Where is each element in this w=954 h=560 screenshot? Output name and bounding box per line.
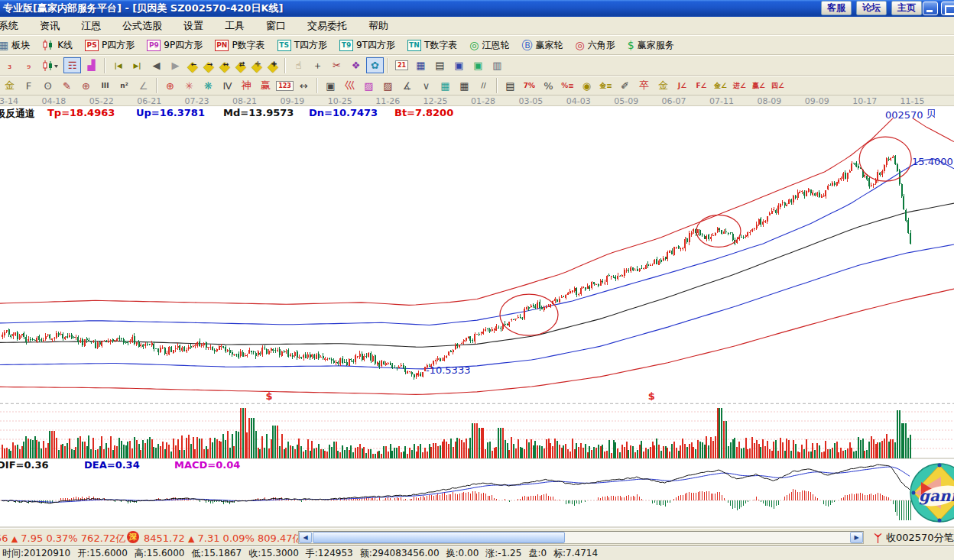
- maximize-button[interactable]: [941, 2, 954, 15]
- kline-chart-canvas[interactable]: $$: [0, 106, 954, 528]
- ying-angle-icon[interactable]: 赢∠: [750, 78, 767, 94]
- minimize-button[interactable]: [923, 2, 938, 15]
- save-icon[interactable]: ▣: [450, 57, 468, 73]
- j-angle-icon[interactable]: J∠: [673, 78, 691, 94]
- spiral-icon[interactable]: ʘ: [39, 78, 57, 94]
- seven-pct-icon[interactable]: 7%: [521, 78, 538, 94]
- t-number-table-button[interactable]: TNT数字表: [401, 39, 463, 52]
- ruler-123-icon[interactable]: 123: [276, 78, 294, 94]
- gold-lines-icon[interactable]: 金≡: [597, 78, 615, 94]
- forum-button[interactable]: 论坛: [856, 1, 887, 15]
- center-icon[interactable]: ✛: [250, 58, 264, 73]
- box-tool-icon[interactable]: ▣: [322, 78, 339, 94]
- stamp-icon[interactable]: ❖: [347, 57, 365, 73]
- pct-lines-icon[interactable]: %≡: [559, 78, 576, 94]
- color-chart-icon[interactable]: ▟: [83, 57, 100, 73]
- menu-item-7[interactable]: 交易委托: [297, 18, 358, 34]
- kline-3-icon[interactable]: ₃: [1, 57, 18, 73]
- diagonal-lines-icon[interactable]: //: [475, 78, 492, 94]
- archive-icon[interactable]: ▥: [488, 57, 506, 73]
- f-grid-icon[interactable]: F: [20, 78, 37, 94]
- crosshair-icon[interactable]: ＋: [309, 57, 326, 73]
- pencil-flag-icon[interactable]: ✎: [58, 78, 76, 94]
- gann-circle-icon[interactable]: ⊕: [77, 78, 95, 94]
- scroll-right-button[interactable]: ▶: [850, 532, 863, 543]
- zu-grid-icon[interactable]: 卒: [635, 78, 653, 94]
- calendar-icon[interactable]: 21: [393, 57, 410, 73]
- menu-item-3[interactable]: 公式选股: [112, 18, 173, 34]
- k-mark-icon[interactable]: Ⅳ: [219, 78, 236, 94]
- kline-9-icon[interactable]: ₉: [20, 57, 37, 73]
- cross-target-icon[interactable]: ✚: [266, 58, 281, 73]
- two-angle-icon[interactable]: ∡: [398, 78, 416, 94]
- kline-icon: [42, 39, 54, 51]
- shift-left-icon[interactable]: ←: [186, 58, 200, 73]
- menu-item-2[interactable]: 江恩: [70, 18, 112, 34]
- pct-icon[interactable]: %: [540, 78, 557, 94]
- p9-square-button[interactable]: P99P四方形: [141, 39, 209, 52]
- menu-bar: 系统资讯江恩公式选股设置工具窗口交易委托帮助: [0, 17, 954, 35]
- dark-grid-icon[interactable]: ▨: [379, 78, 397, 94]
- magenta-grid-icon[interactable]: ▨: [360, 78, 378, 94]
- fan-lines-icon[interactable]: 巛: [341, 78, 359, 94]
- shift-right-icon[interactable]: →: [202, 58, 216, 73]
- step-forward-icon[interactable]: ▶: [167, 57, 184, 73]
- h-arrows-icon[interactable]: ↔: [295, 78, 313, 94]
- candle-style-icon[interactable]: [39, 57, 62, 73]
- menu-item-1[interactable]: 资讯: [29, 18, 70, 34]
- black-grid-icon[interactable]: ▦: [456, 78, 473, 94]
- p-number-table-button[interactable]: PNP数字表: [209, 39, 271, 52]
- list-levels-icon[interactable]: ▤: [501, 78, 519, 94]
- menu-item-4[interactable]: 设置: [173, 18, 214, 34]
- menu-item-8[interactable]: 帮助: [358, 18, 399, 34]
- gold-circle-icon[interactable]: ◉: [578, 78, 595, 94]
- expand-icon[interactable]: ↔: [218, 58, 232, 73]
- gold-angle-icon[interactable]: 金∠: [712, 78, 729, 94]
- t9-square-button[interactable]: T99T四方形: [333, 39, 401, 52]
- menu-item-6[interactable]: 窗口: [255, 18, 297, 34]
- kline-button[interactable]: K线: [36, 39, 79, 52]
- homepage-button[interactable]: 主页: [891, 1, 922, 15]
- v-lines-icon[interactable]: ∨: [417, 78, 435, 94]
- jin-angle-icon[interactable]: 进∠: [731, 78, 748, 94]
- ying-grid-icon[interactable]: 赢: [257, 78, 274, 94]
- hand-icon[interactable]: ☝: [290, 57, 307, 73]
- gann-wheel-button[interactable]: ◎江恩轮: [463, 39, 515, 52]
- step-back-icon[interactable]: ◀: [148, 57, 165, 73]
- star-web-icon[interactable]: ✳: [180, 78, 198, 94]
- menu-item-0[interactable]: 系统: [0, 18, 29, 34]
- angle-ruler-icon[interactable]: ∠: [135, 78, 152, 94]
- circle-cross-icon[interactable]: ⊕: [161, 78, 179, 94]
- sector-button[interactable]: ▦板块: [0, 39, 36, 52]
- p-square-button[interactable]: PSP四方形: [79, 39, 141, 52]
- si-angle-icon[interactable]: 四∠: [769, 78, 787, 94]
- shen-grid-icon[interactable]: 神: [238, 78, 255, 94]
- notes-icon[interactable]: ▤: [431, 57, 449, 73]
- customer-service-button[interactable]: 客服: [821, 1, 852, 15]
- gold2-grid-icon[interactable]: 金: [654, 78, 672, 94]
- t-square-button[interactable]: TST四方形: [271, 39, 333, 52]
- winner-service-button[interactable]: $赢家服务: [621, 39, 680, 52]
- calculator-icon[interactable]: ▦: [412, 57, 430, 73]
- save-as-icon[interactable]: ▣: [469, 57, 487, 73]
- gold-grid-icon[interactable]: 金: [1, 78, 18, 94]
- compress-icon[interactable]: ⇄: [234, 58, 248, 73]
- scroll-thumb[interactable]: [313, 532, 565, 543]
- teal-grid-icon[interactable]: ▦: [436, 78, 454, 94]
- date-tick: 03-14: [0, 96, 18, 106]
- f-angle-icon[interactable]: F∠: [693, 78, 710, 94]
- menu-item-5[interactable]: 工具: [214, 18, 255, 34]
- winner-wheel-button[interactable]: Ⓑ赢家轮: [516, 39, 569, 52]
- horizontal-scrollbar[interactable]: ◀ ▶: [298, 531, 864, 544]
- hexagon-button[interactable]: ◎六角形: [569, 39, 621, 52]
- cut-icon[interactable]: ✂: [328, 57, 346, 73]
- last-page-icon[interactable]: ▶|: [128, 57, 146, 73]
- scroll-left-button[interactable]: ◀: [299, 532, 312, 543]
- first-page-icon[interactable]: |◀: [109, 57, 127, 73]
- pattern-select-icon[interactable]: ✿: [366, 57, 384, 73]
- n-square-icon[interactable]: n²: [115, 78, 133, 94]
- pattern-flag-icon[interactable]: ☶: [63, 57, 81, 73]
- brush-icon[interactable]: ✐: [616, 78, 634, 94]
- web-grid-icon[interactable]: ❋: [200, 78, 217, 94]
- vertical-lines-icon[interactable]: ⅠⅠⅠ: [96, 78, 114, 94]
